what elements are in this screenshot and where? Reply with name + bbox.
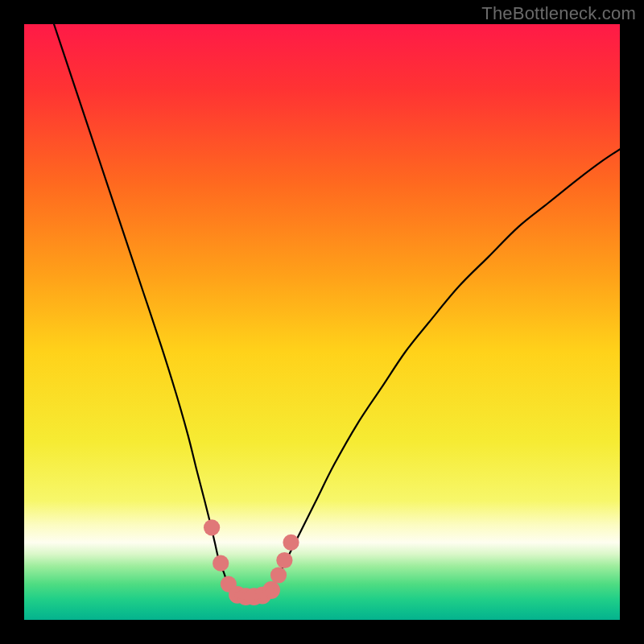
watermark-text: TheBottleneck.com bbox=[481, 3, 636, 24]
marker-point bbox=[270, 567, 287, 583]
marker-point bbox=[213, 555, 229, 572]
marker-point bbox=[283, 535, 299, 551]
outer-frame: TheBottleneck.com bbox=[0, 0, 644, 644]
gradient-bg bbox=[24, 24, 620, 620]
marker-point bbox=[276, 552, 292, 568]
plot-svg bbox=[24, 24, 620, 620]
marker-point bbox=[204, 519, 220, 535]
plot-area bbox=[24, 24, 620, 620]
